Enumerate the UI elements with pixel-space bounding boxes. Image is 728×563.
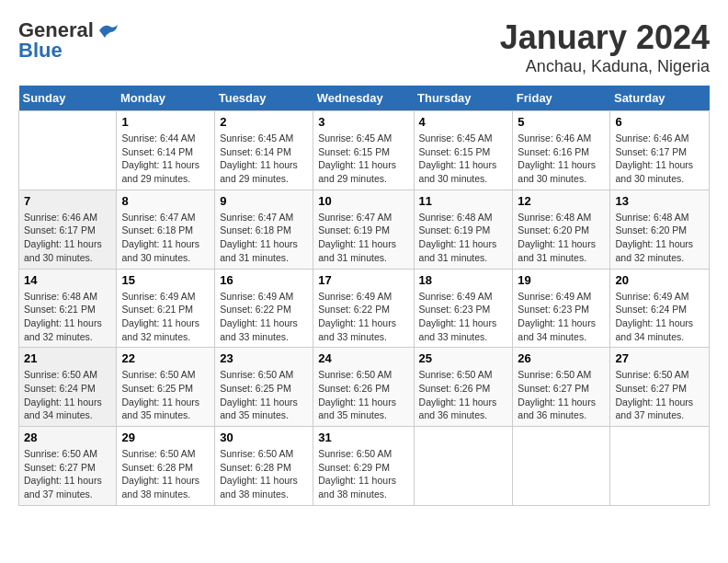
- day-number: 22: [121, 351, 210, 365]
- calendar-cell: 28Sunrise: 6:50 AM Sunset: 6:27 PM Dayli…: [19, 427, 117, 506]
- day-number: 5: [518, 115, 605, 129]
- day-detail: Sunrise: 6:48 AM Sunset: 6:20 PM Dayligh…: [518, 211, 605, 265]
- day-detail: Sunrise: 6:45 AM Sunset: 6:15 PM Dayligh…: [419, 132, 508, 186]
- day-detail: Sunrise: 6:49 AM Sunset: 6:21 PM Dayligh…: [121, 290, 210, 344]
- day-number: 6: [615, 115, 704, 129]
- calendar-cell: 25Sunrise: 6:50 AM Sunset: 6:26 PM Dayli…: [414, 348, 513, 427]
- day-detail: Sunrise: 6:47 AM Sunset: 6:18 PM Dayligh…: [121, 211, 210, 265]
- day-number: 13: [615, 194, 704, 208]
- day-detail: Sunrise: 6:46 AM Sunset: 6:17 PM Dayligh…: [24, 211, 111, 265]
- calendar-week-row: 7Sunrise: 6:46 AM Sunset: 6:17 PM Daylig…: [19, 190, 710, 269]
- day-number: 16: [220, 273, 308, 287]
- day-number: 15: [121, 273, 210, 287]
- calendar-cell: 31Sunrise: 6:50 AM Sunset: 6:29 PM Dayli…: [313, 427, 414, 506]
- weekday-header-tuesday: Tuesday: [215, 86, 313, 111]
- calendar-cell: 18Sunrise: 6:49 AM Sunset: 6:23 PM Dayli…: [414, 269, 513, 348]
- day-number: 24: [318, 351, 408, 365]
- calendar-cell: 29Sunrise: 6:50 AM Sunset: 6:28 PM Dayli…: [117, 427, 215, 506]
- day-detail: Sunrise: 6:50 AM Sunset: 6:28 PM Dayligh…: [121, 447, 210, 501]
- day-number: 17: [318, 273, 408, 287]
- day-number: 9: [220, 194, 308, 208]
- day-number: 7: [24, 194, 111, 208]
- calendar-cell: 4Sunrise: 6:45 AM Sunset: 6:15 PM Daylig…: [414, 111, 513, 190]
- day-number: 11: [419, 194, 508, 208]
- day-detail: Sunrise: 6:46 AM Sunset: 6:16 PM Dayligh…: [518, 132, 605, 186]
- calendar-cell: 7Sunrise: 6:46 AM Sunset: 6:17 PM Daylig…: [19, 190, 117, 269]
- day-number: 18: [419, 273, 508, 287]
- day-detail: Sunrise: 6:45 AM Sunset: 6:15 PM Dayligh…: [318, 132, 408, 186]
- calendar-cell: 2Sunrise: 6:45 AM Sunset: 6:14 PM Daylig…: [215, 111, 313, 190]
- calendar-week-row: 21Sunrise: 6:50 AM Sunset: 6:24 PM Dayli…: [19, 348, 710, 427]
- day-detail: Sunrise: 6:50 AM Sunset: 6:27 PM Dayligh…: [24, 447, 111, 501]
- calendar-cell: 5Sunrise: 6:46 AM Sunset: 6:16 PM Daylig…: [513, 111, 610, 190]
- day-detail: Sunrise: 6:49 AM Sunset: 6:23 PM Dayligh…: [518, 290, 605, 344]
- calendar-cell: [513, 427, 610, 506]
- day-detail: Sunrise: 6:49 AM Sunset: 6:23 PM Dayligh…: [419, 290, 508, 344]
- day-number: 1: [121, 115, 210, 129]
- day-number: 27: [615, 351, 704, 365]
- calendar-cell: 9Sunrise: 6:47 AM Sunset: 6:18 PM Daylig…: [215, 190, 313, 269]
- day-number: 30: [220, 431, 308, 444]
- day-detail: Sunrise: 6:50 AM Sunset: 6:27 PM Dayligh…: [518, 368, 605, 422]
- calendar-cell: 24Sunrise: 6:50 AM Sunset: 6:26 PM Dayli…: [313, 348, 414, 427]
- weekday-header-thursday: Thursday: [414, 86, 513, 111]
- day-number: 4: [419, 115, 508, 129]
- day-detail: Sunrise: 6:50 AM Sunset: 6:25 PM Dayligh…: [220, 368, 308, 422]
- day-number: 20: [615, 273, 704, 287]
- day-number: 25: [419, 351, 508, 365]
- day-number: 8: [121, 194, 210, 208]
- day-number: 19: [518, 273, 605, 287]
- day-detail: Sunrise: 6:50 AM Sunset: 6:24 PM Dayligh…: [24, 368, 111, 422]
- calendar-cell: 21Sunrise: 6:50 AM Sunset: 6:24 PM Dayli…: [19, 348, 117, 427]
- calendar-cell: 12Sunrise: 6:48 AM Sunset: 6:20 PM Dayli…: [513, 190, 610, 269]
- calendar-cell: 10Sunrise: 6:47 AM Sunset: 6:19 PM Dayli…: [313, 190, 414, 269]
- calendar-table: SundayMondayTuesdayWednesdayThursdayFrid…: [18, 86, 710, 506]
- logo: General Blue: [18, 18, 118, 63]
- calendar-cell: 30Sunrise: 6:50 AM Sunset: 6:28 PM Dayli…: [215, 427, 313, 506]
- day-detail: Sunrise: 6:50 AM Sunset: 6:26 PM Dayligh…: [419, 368, 508, 422]
- calendar-cell: 22Sunrise: 6:50 AM Sunset: 6:25 PM Dayli…: [117, 348, 215, 427]
- calendar-cell: [610, 427, 710, 506]
- calendar-cell: [414, 427, 513, 506]
- day-detail: Sunrise: 6:44 AM Sunset: 6:14 PM Dayligh…: [121, 132, 210, 186]
- weekday-header-wednesday: Wednesday: [313, 86, 414, 111]
- calendar-week-row: 28Sunrise: 6:50 AM Sunset: 6:27 PM Dayli…: [19, 427, 710, 506]
- calendar-cell: 16Sunrise: 6:49 AM Sunset: 6:22 PM Dayli…: [215, 269, 313, 348]
- calendar-cell: 1Sunrise: 6:44 AM Sunset: 6:14 PM Daylig…: [117, 111, 215, 190]
- calendar-cell: 11Sunrise: 6:48 AM Sunset: 6:19 PM Dayli…: [414, 190, 513, 269]
- page-header: General Blue January 2024 Anchau, Kaduna…: [18, 18, 710, 76]
- calendar-cell: 15Sunrise: 6:49 AM Sunset: 6:21 PM Dayli…: [117, 269, 215, 348]
- day-detail: Sunrise: 6:50 AM Sunset: 6:25 PM Dayligh…: [121, 368, 210, 422]
- day-detail: Sunrise: 6:50 AM Sunset: 6:26 PM Dayligh…: [318, 368, 408, 422]
- calendar-week-row: 1Sunrise: 6:44 AM Sunset: 6:14 PM Daylig…: [19, 111, 710, 190]
- day-detail: Sunrise: 6:50 AM Sunset: 6:28 PM Dayligh…: [220, 447, 308, 501]
- calendar-cell: 20Sunrise: 6:49 AM Sunset: 6:24 PM Dayli…: [610, 269, 710, 348]
- day-detail: Sunrise: 6:46 AM Sunset: 6:17 PM Dayligh…: [615, 132, 704, 186]
- calendar-cell: 19Sunrise: 6:49 AM Sunset: 6:23 PM Dayli…: [513, 269, 610, 348]
- weekday-header-friday: Friday: [513, 86, 610, 111]
- calendar-cell: 23Sunrise: 6:50 AM Sunset: 6:25 PM Dayli…: [215, 348, 313, 427]
- day-number: 26: [518, 351, 605, 365]
- logo-blue-text: Blue: [18, 39, 63, 63]
- day-number: 31: [318, 431, 408, 444]
- day-detail: Sunrise: 6:45 AM Sunset: 6:14 PM Dayligh…: [220, 132, 308, 186]
- day-number: 29: [121, 431, 210, 444]
- day-number: 14: [24, 273, 111, 287]
- day-number: 10: [318, 194, 408, 208]
- day-detail: Sunrise: 6:49 AM Sunset: 6:24 PM Dayligh…: [615, 290, 704, 344]
- weekday-header-row: SundayMondayTuesdayWednesdayThursdayFrid…: [19, 86, 710, 111]
- weekday-header-sunday: Sunday: [19, 86, 117, 111]
- day-number: 12: [518, 194, 605, 208]
- day-number: 28: [24, 431, 111, 444]
- day-detail: Sunrise: 6:50 AM Sunset: 6:29 PM Dayligh…: [318, 447, 408, 501]
- day-detail: Sunrise: 6:47 AM Sunset: 6:19 PM Dayligh…: [318, 211, 408, 265]
- calendar-cell: 26Sunrise: 6:50 AM Sunset: 6:27 PM Dayli…: [513, 348, 610, 427]
- day-detail: Sunrise: 6:48 AM Sunset: 6:20 PM Dayligh…: [615, 211, 704, 265]
- weekday-header-saturday: Saturday: [610, 86, 710, 111]
- day-number: 21: [24, 351, 111, 365]
- logo-bird-icon: [97, 21, 118, 40]
- title-block: January 2024 Anchau, Kaduna, Nigeria: [500, 18, 710, 76]
- page-title: January 2024: [500, 18, 710, 57]
- page-subtitle: Anchau, Kaduna, Nigeria: [500, 57, 710, 76]
- calendar-cell: 17Sunrise: 6:49 AM Sunset: 6:22 PM Dayli…: [313, 269, 414, 348]
